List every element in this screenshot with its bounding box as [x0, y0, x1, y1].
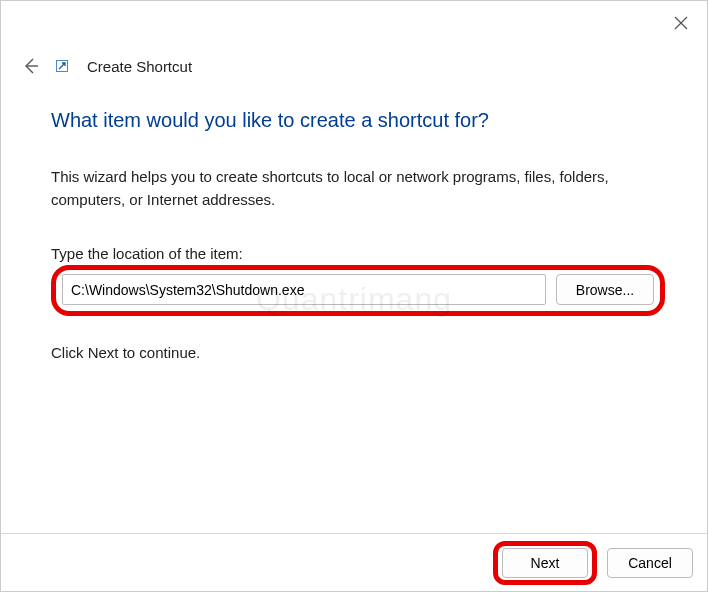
next-button[interactable]: Next: [502, 548, 588, 578]
location-label: Type the location of the item:: [51, 245, 665, 262]
wizard-content: What item would you like to create a sho…: [51, 109, 665, 376]
wizard-title: Create Shortcut: [87, 58, 192, 75]
next-button-highlight: Next: [493, 541, 597, 585]
wizard-description: This wizard helps you to create shortcut…: [51, 166, 665, 211]
shortcut-icon: [55, 59, 69, 73]
cancel-button[interactable]: Cancel: [607, 548, 693, 578]
wizard-footer: Next Cancel: [1, 533, 707, 591]
location-input[interactable]: [62, 274, 546, 305]
continue-instruction: Click Next to continue.: [51, 344, 665, 361]
back-button[interactable]: [19, 55, 41, 77]
close-icon: [674, 16, 688, 30]
wizard-header: Create Shortcut: [19, 55, 192, 77]
location-row-highlight: Browse...: [51, 265, 665, 316]
page-heading: What item would you like to create a sho…: [51, 109, 665, 132]
create-shortcut-wizard-window: Create Shortcut What item would you like…: [0, 0, 708, 592]
arrow-left-icon: [21, 57, 39, 75]
close-button[interactable]: [669, 11, 693, 35]
browse-button[interactable]: Browse...: [556, 274, 654, 305]
